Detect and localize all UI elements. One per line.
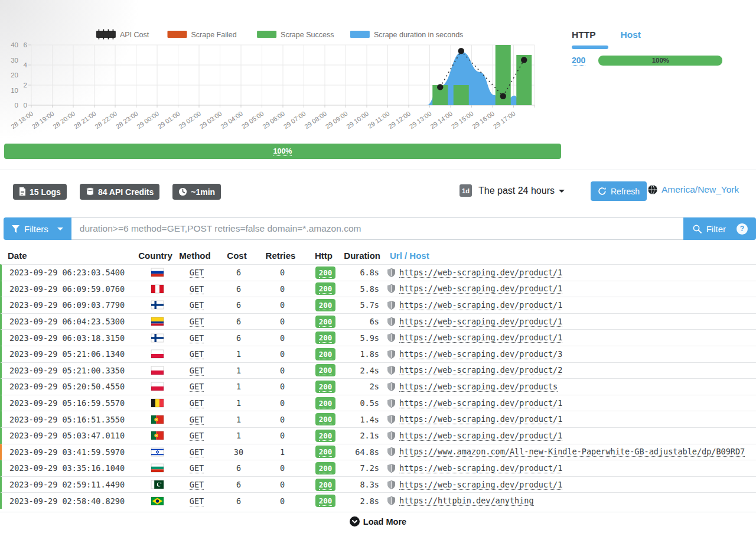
tab-host[interactable]: Host: [620, 30, 640, 40]
country-flag-icon: [151, 268, 164, 277]
log-country: [139, 480, 175, 489]
log-url-link[interactable]: https://web-scraping.dev/product/1: [399, 431, 562, 441]
svg-text:29 08:00: 29 08:00: [303, 110, 328, 130]
log-method[interactable]: GET: [175, 382, 218, 391]
log-method[interactable]: GET: [175, 284, 218, 294]
apply-filter-button[interactable]: Filter ?: [683, 217, 756, 240]
log-method[interactable]: GET: [175, 300, 218, 310]
globe-icon: [647, 184, 658, 195]
log-method[interactable]: GET: [175, 268, 218, 277]
log-retries: 0: [259, 415, 305, 424]
table-row[interactable]: 2023-09-29 06:09:59.0760 GET 6 0 200 5.8…: [0, 281, 756, 297]
table-row[interactable]: 2023-09-29 05:16:59.5570 GET 1 0 200 0.5…: [0, 395, 756, 411]
log-http-status[interactable]: 200: [305, 348, 346, 360]
table-row[interactable]: 2023-09-29 05:16:51.3550 GET 1 0 200 1.4…: [0, 411, 756, 427]
table-row[interactable]: 2023-09-29 05:20:50.4550 GET 1 0 200 2s …: [0, 378, 756, 395]
log-http-status[interactable]: 200: [305, 430, 346, 442]
table-row[interactable]: 2023-09-29 05:03:47.0110 GET 1 0 200 2.1…: [0, 427, 756, 444]
log-url-link[interactable]: https://web-scraping.dev/product/2: [399, 365, 562, 375]
log-url-link[interactable]: https://web-scraping.dev/product/1: [399, 268, 562, 278]
log-http-status[interactable]: 200: [305, 479, 346, 491]
log-method[interactable]: GET: [175, 317, 218, 326]
table-row[interactable]: 2023-09-29 03:35:16.1040 GET 6 0 200 7.2…: [0, 460, 756, 476]
log-method[interactable]: GET: [175, 447, 218, 457]
log-method[interactable]: GET: [175, 431, 218, 440]
success-rate-bar: 100%: [4, 144, 561, 159]
log-url-link[interactable]: https://web-scraping.dev/product/3: [399, 349, 562, 359]
log-cost: 6: [218, 496, 259, 506]
log-url-cell: https://web-scraping.dev/product/1: [384, 333, 756, 343]
timezone-link[interactable]: America/New_York: [662, 184, 739, 195]
log-http-status[interactable]: 200: [305, 495, 346, 507]
log-method[interactable]: GET: [175, 398, 218, 408]
duration-label: ~1min: [191, 187, 215, 197]
log-url-link[interactable]: https://www.amazon.com/All-new-Kindle-Pa…: [399, 447, 745, 457]
log-url-link[interactable]: https://web-scraping.dev/products: [399, 382, 558, 392]
log-url-link[interactable]: https://web-scraping.dev/product/1: [399, 463, 562, 473]
log-http-status[interactable]: 200: [305, 299, 346, 311]
log-url-link[interactable]: https://httpbin.dev/anything: [399, 496, 534, 506]
filter-query-input[interactable]: [71, 217, 683, 240]
log-http-status[interactable]: 200: [305, 413, 346, 425]
http-code-link[interactable]: 200: [572, 56, 585, 66]
col-header-retries: Retries: [258, 251, 304, 261]
log-url-link[interactable]: https://web-scraping.dev/product/1: [399, 333, 562, 343]
log-method[interactable]: GET: [175, 333, 218, 343]
log-retries: 0: [259, 366, 305, 375]
log-http-status[interactable]: 200: [305, 316, 346, 328]
table-row[interactable]: 2023-09-29 06:03:18.3150 GET 6 0 200 5.9…: [0, 329, 756, 346]
range-dropdown[interactable]: The past 24 hours: [478, 186, 565, 196]
log-date: 2023-09-29 05:21:06.1340: [2, 349, 139, 359]
log-method[interactable]: GET: [175, 463, 218, 473]
shield-icon: [387, 480, 395, 489]
http-code-percent-bar: 100%: [598, 56, 722, 66]
log-duration: 64.8s: [346, 447, 384, 457]
svg-text:29 04:00: 29 04:00: [219, 110, 244, 130]
load-more-label: Load More: [363, 517, 406, 526]
section-divider: [0, 170, 756, 170]
log-url-link[interactable]: https://web-scraping.dev/product/1: [399, 398, 562, 408]
log-retries: 1: [259, 447, 305, 457]
log-url-link[interactable]: https://web-scraping.dev/product/1: [399, 317, 562, 327]
duration-badge: ~1min: [172, 184, 221, 200]
logs-count-badge: 15 Logs: [13, 184, 67, 200]
log-url-link[interactable]: https://web-scraping.dev/product/1: [399, 480, 562, 490]
log-http-status[interactable]: 200: [305, 381, 346, 393]
log-url-link[interactable]: https://web-scraping.dev/product/1: [399, 284, 562, 294]
table-row[interactable]: 2023-09-29 06:04:23.5300 GET 6 0 200 6s …: [0, 313, 756, 330]
table-row[interactable]: 2023-09-29 03:41:59.5970 GET 30 1 200 64…: [0, 444, 756, 460]
table-row[interactable]: 2023-09-29 06:23:03.5400 GET 6 0 200 6.8…: [0, 264, 756, 281]
log-method[interactable]: GET: [175, 480, 218, 489]
log-http-status[interactable]: 200: [305, 266, 346, 279]
table-row[interactable]: 2023-09-29 02:59:11.4490 GET 6 0 200 8.3…: [0, 476, 756, 493]
log-duration: 8.3s: [346, 480, 384, 489]
load-more-button[interactable]: Load More: [0, 512, 756, 526]
filters-dropdown-button[interactable]: Filters: [4, 217, 71, 240]
svg-text:40: 40: [11, 41, 18, 48]
log-url-cell: https://web-scraping.dev/products: [384, 382, 756, 392]
table-row[interactable]: 2023-09-29 05:21:06.1340 GET 1 0 200 1.8…: [0, 346, 756, 362]
refresh-button[interactable]: Refresh: [591, 181, 647, 201]
table-row[interactable]: 2023-09-29 02:58:40.8290 GET 6 0 200 2.8…: [0, 492, 756, 509]
log-http-status[interactable]: 200: [305, 397, 346, 410]
log-method[interactable]: GET: [175, 366, 218, 375]
log-cost: 1: [218, 415, 259, 424]
log-method[interactable]: GET: [175, 349, 218, 359]
help-button[interactable]: ?: [737, 223, 748, 235]
log-cost: 1: [218, 382, 259, 391]
col-header-url-host[interactable]: Url / Host: [383, 251, 756, 261]
svg-text:29 10:00: 29 10:00: [345, 110, 370, 130]
log-http-status[interactable]: 200: [305, 364, 346, 376]
log-url-link[interactable]: https://web-scraping.dev/product/1: [399, 414, 562, 424]
log-method[interactable]: GET: [175, 496, 218, 506]
log-http-status[interactable]: 200: [305, 462, 346, 474]
table-row[interactable]: 2023-09-29 06:09:03.7790 GET 6 0 200 5.7…: [0, 297, 756, 313]
table-row[interactable]: 2023-09-29 05:21:00.3350 GET 1 0 200 2.4…: [0, 362, 756, 379]
log-http-status[interactable]: 200: [305, 282, 346, 295]
log-method[interactable]: GET: [175, 415, 218, 424]
log-url-link[interactable]: https://web-scraping.dev/product/1: [399, 300, 562, 310]
log-http-status[interactable]: 200: [305, 332, 346, 344]
tab-http[interactable]: HTTP: [572, 30, 595, 40]
col-header-duration: Duration: [344, 251, 383, 261]
log-http-status[interactable]: 200: [305, 446, 346, 458]
